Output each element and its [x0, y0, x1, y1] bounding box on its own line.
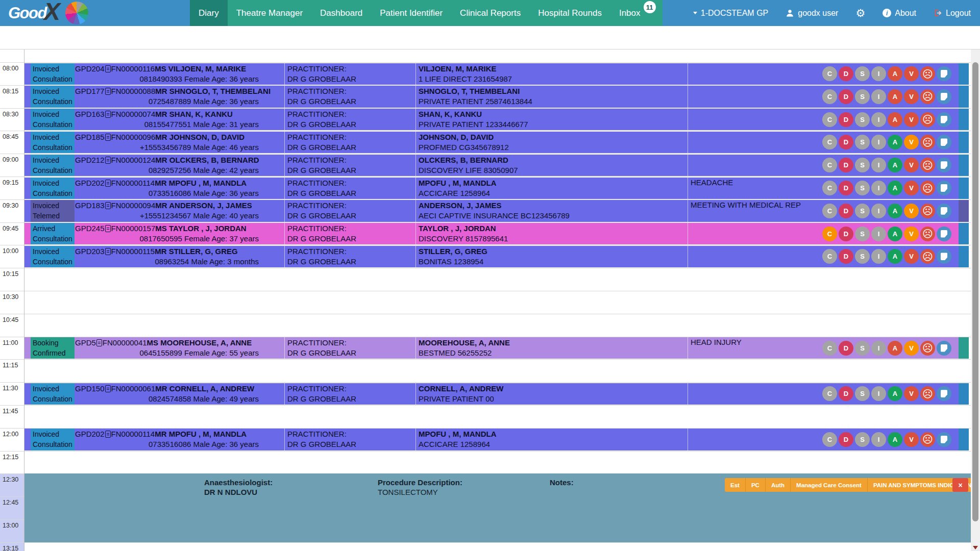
logout-button[interactable]: Logout	[934, 9, 971, 18]
status-icon-v[interactable]: V	[904, 89, 919, 104]
mood-sad-icon[interactable]: ☹	[920, 66, 935, 81]
mood-sad-icon[interactable]: ☹	[920, 341, 935, 356]
mood-sad-icon[interactable]: ☹	[920, 249, 935, 264]
note-icon[interactable]	[937, 204, 951, 218]
mood-sad-icon[interactable]: ☹	[920, 112, 935, 127]
about-button[interactable]: i About	[883, 9, 916, 18]
note-icon[interactable]	[937, 181, 951, 195]
mood-sad-icon[interactable]: ☹	[920, 181, 935, 195]
status-icon-d[interactable]: D	[839, 249, 853, 264]
status-icon-v[interactable]: V	[904, 341, 919, 356]
status-icon-d[interactable]: D	[839, 181, 853, 195]
status-icon-a[interactable]: A	[888, 158, 902, 172]
booking-row-1100[interactable]: Booking Confirmed GPD5FN00000041MS MOORE…	[24, 337, 969, 359]
goodx-logo[interactable]: Good X	[0, 0, 190, 26]
status-icon-c[interactable]: C	[822, 227, 837, 241]
status-icon-i[interactable]: I	[871, 227, 886, 241]
note-icon[interactable]	[937, 112, 951, 127]
status-icon-v[interactable]: V	[904, 204, 919, 218]
status-icon-v[interactable]: V	[904, 386, 919, 401]
nav-item-dashboard[interactable]: Dashboard	[311, 0, 371, 26]
status-icon-c[interactable]: C	[822, 112, 837, 127]
scroll-down-arrow-icon[interactable]	[973, 546, 978, 549]
status-icon-s[interactable]: S	[855, 66, 870, 81]
booking-row-1000[interactable]: Invoiced Consultation GPD203FN00000115MR…	[24, 246, 969, 267]
status-icon-d[interactable]: D	[839, 158, 853, 172]
status-icon-i[interactable]: I	[871, 181, 886, 195]
status-icon-v[interactable]: V	[904, 249, 919, 264]
status-icon-s[interactable]: S	[855, 112, 870, 127]
status-icon-c[interactable]: C	[822, 249, 837, 264]
note-icon[interactable]	[937, 386, 951, 401]
status-icon-a[interactable]: A	[888, 89, 902, 104]
theatre-btn-pc[interactable]: PC	[746, 478, 766, 492]
note-icon[interactable]	[937, 158, 951, 172]
note-icon[interactable]	[937, 135, 951, 149]
status-icon-i[interactable]: I	[871, 386, 886, 401]
status-icon-d[interactable]: D	[839, 386, 853, 401]
mood-sad-icon[interactable]: ☹	[920, 432, 935, 447]
status-icon-c[interactable]: C	[822, 386, 837, 401]
status-icon-i[interactable]: I	[871, 89, 886, 104]
booking-row-0945[interactable]: Arrived Consultation GPD245FN00000157MS …	[24, 223, 969, 244]
mood-sad-icon[interactable]: ☹	[920, 158, 935, 172]
status-icon-s[interactable]: S	[855, 386, 870, 401]
status-icon-a[interactable]: A	[888, 227, 902, 241]
nav-item-diary[interactable]: Diary	[190, 0, 228, 26]
vertical-scrollbar[interactable]	[971, 49, 980, 551]
status-icon-c[interactable]: C	[822, 89, 837, 104]
note-icon[interactable]	[937, 249, 951, 264]
nav-item-inbox[interactable]: Inbox11	[610, 0, 649, 26]
theatre-booking-block[interactable]: Anaesthesiologist: DR N NDLOVU Procedure…	[24, 473, 971, 542]
mood-sad-icon[interactable]: ☹	[920, 204, 935, 218]
status-icon-a[interactable]: A	[888, 181, 902, 195]
status-icon-i[interactable]: I	[871, 204, 886, 218]
nav-item-theatre-manager[interactable]: Theatre Manager	[228, 0, 311, 26]
status-icon-a[interactable]: A	[888, 249, 902, 264]
theatre-close-button[interactable]: ×	[952, 478, 968, 492]
status-icon-i[interactable]: I	[871, 112, 886, 127]
status-icon-v[interactable]: V	[904, 112, 919, 127]
status-icon-s[interactable]: S	[855, 158, 870, 172]
nav-item-clinical-reports[interactable]: Clinical Reports	[451, 0, 529, 26]
status-icon-a[interactable]: A	[888, 204, 902, 218]
booking-row-0930[interactable]: Invoiced Telemed GPD183FN00000094MR ANDE…	[24, 200, 969, 221]
status-icon-a[interactable]: A	[888, 135, 902, 149]
status-icon-v[interactable]: V	[904, 66, 919, 81]
booking-row-0830[interactable]: Invoiced Consultation GPD163FN00000074MR…	[24, 109, 969, 130]
status-icon-s[interactable]: S	[855, 89, 870, 104]
status-icon-s[interactable]: S	[855, 181, 870, 195]
status-icon-d[interactable]: D	[839, 135, 853, 149]
theatre-btn-est[interactable]: Est	[725, 478, 746, 492]
booking-row-0845[interactable]: Invoiced Consultation GPD185FN00000096MR…	[24, 132, 969, 153]
note-icon[interactable]	[937, 66, 951, 81]
status-icon-v[interactable]: V	[904, 158, 919, 172]
status-icon-i[interactable]: I	[871, 341, 886, 356]
status-icon-s[interactable]: S	[855, 432, 870, 447]
account-selector[interactable]: 1-DOCSTEAM GP	[693, 9, 768, 18]
status-icon-s[interactable]: S	[855, 227, 870, 241]
status-icon-s[interactable]: S	[855, 204, 870, 218]
status-icon-a[interactable]: A	[888, 432, 902, 447]
note-icon[interactable]	[937, 89, 951, 104]
note-icon[interactable]	[937, 341, 951, 356]
theatre-btn-managed-care-consent[interactable]: Managed Care Consent	[791, 478, 868, 492]
booking-row-1130[interactable]: Invoiced Consultation GPD150FN00000061MR…	[24, 383, 969, 405]
scrollbar-thumb[interactable]	[972, 62, 978, 521]
status-icon-v[interactable]: V	[904, 181, 919, 195]
booking-row-1200[interactable]: Invoiced Consultation GPD202FN00000114MR…	[24, 429, 969, 450]
status-icon-c[interactable]: C	[822, 341, 837, 356]
booking-row-0800[interactable]: Invoiced Consultation GPD204FN00000116MS…	[24, 63, 969, 85]
status-icon-c[interactable]: C	[822, 158, 837, 172]
status-icon-v[interactable]: V	[904, 135, 919, 149]
status-icon-i[interactable]: I	[871, 249, 886, 264]
status-icon-d[interactable]: D	[839, 227, 853, 241]
status-icon-c[interactable]: C	[822, 66, 837, 81]
nav-item-patient-identifier[interactable]: Patient Identifier	[371, 0, 451, 26]
status-icon-i[interactable]: I	[871, 158, 886, 172]
status-icon-c[interactable]: C	[822, 432, 837, 447]
status-icon-s[interactable]: S	[855, 249, 870, 264]
mood-sad-icon[interactable]: ☹	[920, 135, 935, 149]
status-icon-c[interactable]: C	[822, 204, 837, 218]
note-icon[interactable]	[937, 227, 951, 241]
